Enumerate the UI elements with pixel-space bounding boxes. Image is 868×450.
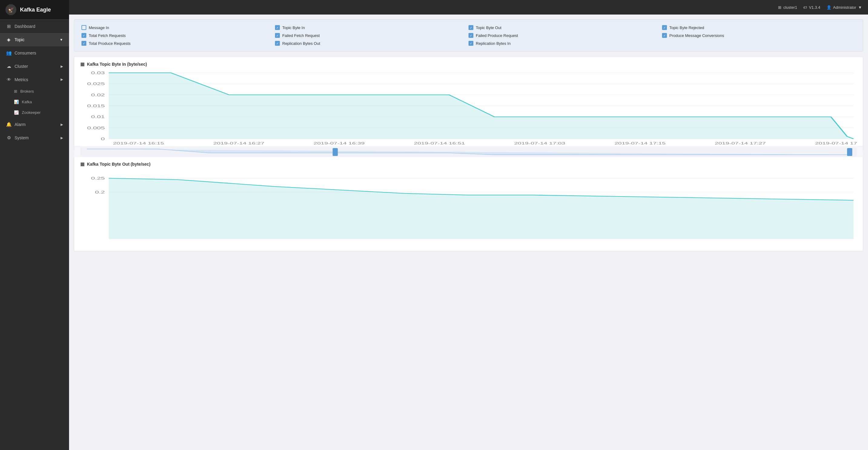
nav-zookeeper[interactable]: 📈 Zookeeper: [0, 107, 69, 118]
chart-byte-out-title: ▦ Kafka Topic Byte Out (byte/sec): [80, 161, 857, 167]
checkbox-topic-byte-rejected[interactable]: ✓: [662, 25, 667, 30]
filter-topic-byte-in[interactable]: ✓ Topic Byte In: [275, 25, 468, 30]
username-label: Administrator: [833, 5, 857, 10]
alarm-chevron-icon: ▶: [61, 123, 63, 127]
svg-text:0.015: 0.015: [87, 104, 105, 108]
chart-byte-out-title-text: Kafka Topic Byte Out (byte/sec): [87, 162, 151, 166]
cluster-name: cluster1: [783, 5, 797, 10]
nav-cluster[interactable]: ☁ Cluster ▶: [0, 60, 69, 73]
svg-text:0.25: 0.25: [91, 176, 105, 181]
alarm-icon: 🔔: [6, 122, 11, 127]
chart-byte-out-fill: [109, 179, 854, 239]
nav-topic[interactable]: ◈ Topic ▼: [0, 33, 69, 46]
cluster-info: ⊞ cluster1: [778, 5, 797, 10]
svg-text:2019-07-14 17:03: 2019-07-14 17:03: [514, 141, 565, 145]
svg-text:0.025: 0.025: [87, 82, 105, 86]
nav-system-label: System: [14, 135, 29, 140]
filter-failed-fetch-request[interactable]: ✓ Failed Fetch Request: [275, 33, 468, 38]
checkbox-topic-byte-out[interactable]: ✓: [468, 25, 473, 30]
filter-topic-byte-out[interactable]: ✓ Topic Byte Out: [468, 25, 662, 30]
sidebar-header: 🦅 Kafka Eagle: [0, 0, 69, 20]
svg-text:2019-07-14 16:15: 2019-07-14 16:15: [113, 141, 164, 145]
cluster-icon: ☁: [6, 64, 11, 69]
filter-produce-message-conversions-label: Produce Message Conversions: [669, 33, 724, 38]
chart-byte-in-svg: 0.03 0.025 0.02 0.015 0.01 0.005 0: [80, 69, 857, 145]
nav-kafka[interactable]: 📊 Kafka: [0, 97, 69, 107]
checkbox-failed-fetch-request[interactable]: ✓: [275, 33, 280, 38]
filter-failed-produce-request[interactable]: ✓ Failed Produce Request: [468, 33, 662, 38]
zookeeper-icon: 📈: [14, 110, 19, 115]
minimap-byte-in-svg: [80, 148, 857, 157]
filter-topic-byte-rejected[interactable]: ✓ Topic Byte Rejected: [662, 25, 856, 30]
version-icon: 🏷: [803, 5, 807, 10]
nav-brokers[interactable]: ⊞ Brokers: [0, 86, 69, 97]
svg-text:2019-07-14 16:39: 2019-07-14 16:39: [313, 141, 365, 145]
chart-byte-in-title-text: Kafka Topic Byte In (byte/sec): [87, 62, 147, 67]
checkbox-topic-byte-in[interactable]: ✓: [275, 25, 280, 30]
main-area: ⊞ cluster1 🏷 V1.3.4 👤 Administrator ▼ Me…: [69, 0, 868, 450]
checkbox-total-fetch-requests[interactable]: ✓: [82, 33, 86, 38]
svg-text:0: 0: [101, 137, 105, 141]
cluster-chevron-icon: ▶: [61, 64, 63, 68]
checkbox-message-in[interactable]: [82, 25, 86, 30]
minimap-handle-left[interactable]: [333, 148, 338, 156]
filter-total-produce-requests[interactable]: ✓ Total Produce Requests: [82, 41, 275, 46]
nav-brokers-label: Brokers: [20, 89, 34, 94]
kafka-icon: 📊: [14, 100, 19, 104]
svg-text:2019-07-14 17:27: 2019-07-14 17:27: [715, 141, 766, 145]
minimap-handle-right[interactable]: [847, 148, 852, 156]
brokers-icon: ⊞: [14, 89, 17, 94]
checkbox-replication-bytes-in[interactable]: ✓: [468, 41, 473, 46]
metrics-chevron-icon: ▶: [61, 77, 63, 82]
chart-byte-in-minimap: [74, 146, 863, 157]
nav-metrics[interactable]: 👁 Metrics ▶: [0, 73, 69, 86]
filter-failed-fetch-request-label: Failed Fetch Request: [282, 33, 320, 38]
chart-byte-in-title: ▦ Kafka Topic Byte In (byte/sec): [80, 62, 857, 67]
topic-chevron-icon: ▼: [60, 38, 63, 41]
filter-total-produce-requests-label: Total Produce Requests: [89, 41, 130, 46]
svg-text:0.02: 0.02: [91, 93, 105, 97]
filter-total-fetch-requests-label: Total Fetch Requests: [89, 33, 126, 38]
nav-alarm[interactable]: 🔔 Alarm ▶: [0, 118, 69, 131]
svg-text:0.005: 0.005: [87, 126, 105, 130]
nav-cluster-label: Cluster: [14, 64, 28, 69]
chart-byte-out-svg: 0.25 0.2: [80, 169, 857, 245]
nav-zookeeper-label: Zookeeper: [22, 110, 40, 115]
nav-dashboard[interactable]: ⊞ Dashboard: [0, 20, 69, 33]
nav-system[interactable]: ⚙ System ▶: [0, 131, 69, 144]
system-icon: ⚙: [6, 135, 11, 140]
version-info: 🏷 V1.3.4: [803, 5, 820, 10]
chart-byte-out-area: 0.25 0.2: [80, 169, 857, 251]
svg-text:2019-07-14 16:51: 2019-07-14 16:51: [414, 141, 465, 145]
filter-topic-byte-out-label: Topic Byte Out: [476, 26, 501, 30]
chart-bar-out-icon: ▦: [80, 161, 85, 167]
dashboard-icon: ⊞: [6, 24, 11, 29]
chart-bar-icon: ▦: [80, 62, 85, 67]
checkbox-failed-produce-request[interactable]: ✓: [468, 33, 473, 38]
svg-text:2019-07-14 16:27: 2019-07-14 16:27: [213, 141, 265, 145]
chart-byte-out-card: ▦ Kafka Topic Byte Out (byte/sec) 0.25 0…: [74, 156, 863, 251]
svg-text:0.2: 0.2: [95, 190, 105, 194]
cluster-status-icon: ⊞: [778, 5, 781, 10]
checkbox-produce-message-conversions[interactable]: ✓: [662, 33, 667, 38]
filter-message-in[interactable]: Message In: [82, 25, 275, 30]
user-info[interactable]: 👤 Administrator ▼: [827, 5, 862, 10]
filter-replication-bytes-in[interactable]: ✓ Replication Bytes In: [468, 41, 662, 46]
nav-alarm-label: Alarm: [14, 122, 26, 127]
checkbox-total-produce-requests[interactable]: ✓: [82, 41, 86, 46]
nav-consumers[interactable]: 👥 Consumers: [0, 46, 69, 60]
filter-grid: Message In ✓ Topic Byte In ✓ Topic Byte …: [82, 25, 856, 46]
filter-replication-bytes-in-label: Replication Bytes In: [476, 41, 510, 46]
checkbox-replication-bytes-out[interactable]: ✓: [275, 41, 280, 46]
filter-topic-byte-rejected-label: Topic Byte Rejected: [669, 26, 704, 30]
sidebar: 🦅 Kafka Eagle ⊞ Dashboard ◈ Topic ▼ 👥 Co…: [0, 0, 69, 450]
filter-produce-message-conversions[interactable]: ✓ Produce Message Conversions: [662, 33, 856, 38]
nav-metrics-label: Metrics: [14, 77, 28, 82]
filter-total-fetch-requests[interactable]: ✓ Total Fetch Requests: [82, 33, 275, 38]
chart-byte-in-area: 0.03 0.025 0.02 0.015 0.01 0.005 0: [80, 69, 857, 151]
topic-icon: ◈: [6, 37, 11, 42]
consumers-icon: 👥: [6, 50, 11, 56]
nav-topic-label: Topic: [14, 37, 25, 42]
svg-text:0.03: 0.03: [91, 71, 105, 75]
filter-replication-bytes-out[interactable]: ✓ Replication Bytes Out: [275, 41, 468, 46]
